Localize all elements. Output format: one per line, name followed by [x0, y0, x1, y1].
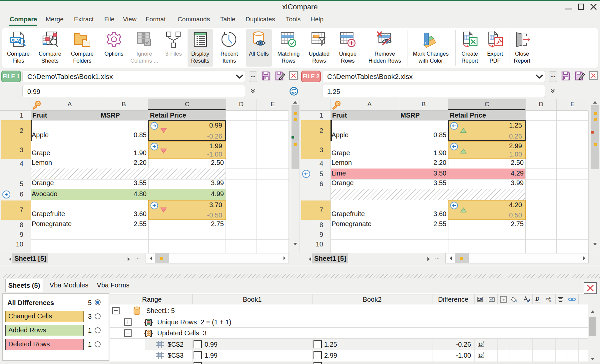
svg-text:$: $: [549, 296, 551, 299]
svg-text:10: 10: [478, 297, 482, 301]
svg-text:10: 10: [479, 353, 483, 357]
svg-text:=f: =f: [490, 298, 493, 301]
svg-text:B: B: [535, 296, 539, 302]
svg-text:%: %: [549, 299, 551, 303]
svg-text:10: 10: [479, 342, 483, 346]
